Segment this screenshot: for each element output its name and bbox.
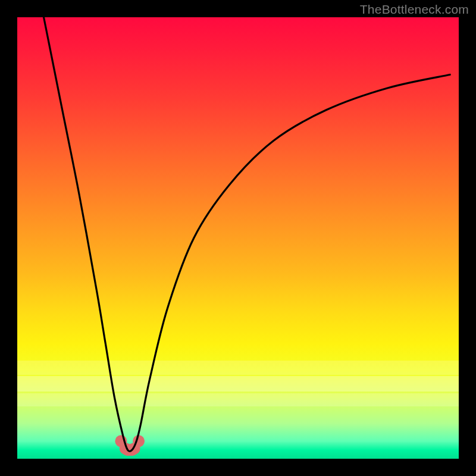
chart-frame: TheBottleneck.com: [0, 0, 476, 476]
curve-svg: [17, 17, 459, 459]
bottleneck-curve: [44, 17, 450, 452]
marker-group: [115, 435, 145, 456]
watermark-text: TheBottleneck.com: [360, 2, 469, 17]
plot-area: [17, 17, 459, 459]
